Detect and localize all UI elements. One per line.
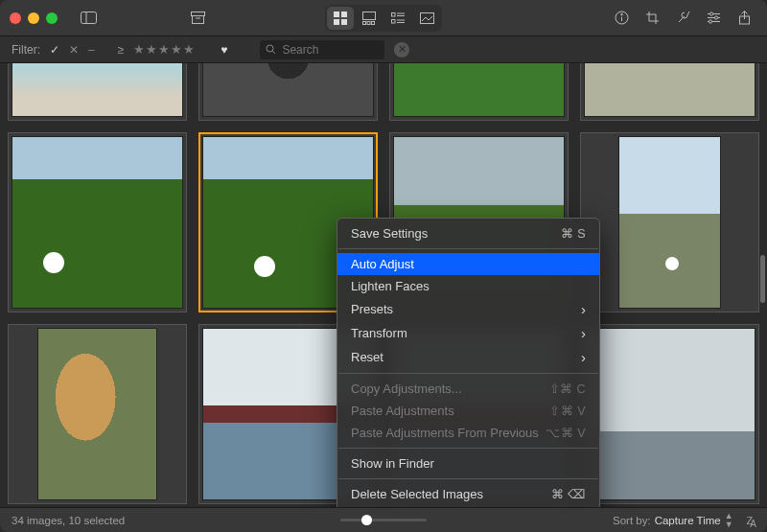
thumbnail[interactable] — [580, 132, 759, 312]
info-icon[interactable] — [608, 7, 635, 30]
archive-box-icon[interactable] — [184, 7, 211, 30]
svg-rect-13 — [392, 12, 396, 16]
grid-view-button[interactable] — [327, 7, 354, 30]
share-icon[interactable] — [731, 7, 757, 30]
menu-item-label: Reset — [351, 350, 384, 364]
single-view-button[interactable] — [413, 7, 440, 30]
menu-copy-adjustments: Copy Adjustments... ⇧⌘ C — [337, 378, 599, 400]
search-input[interactable] — [280, 42, 366, 58]
vertical-scrollbar[interactable] — [760, 255, 765, 303]
submenu-arrow-icon — [573, 325, 586, 341]
split-view-button[interactable] — [356, 7, 383, 30]
thumbnail[interactable] — [198, 63, 378, 121]
menu-transform[interactable]: Transform — [337, 321, 599, 345]
crop-icon[interactable] — [639, 7, 665, 30]
svg-rect-16 — [392, 19, 396, 23]
search-field[interactable] — [260, 40, 384, 59]
pick-check-icon[interactable]: ✓ — [50, 43, 59, 57]
menu-item-label: Paste Adjustments From Previous — [351, 426, 539, 440]
clear-filter-button[interactable]: ✕ — [394, 42, 409, 58]
pick-dash-icon[interactable]: – — [88, 43, 95, 57]
menu-delete-selected[interactable]: Delete Selected Images ⌘ ⌫ — [337, 483, 599, 505]
svg-rect-11 — [367, 21, 370, 24]
thumbnail[interactable] — [580, 63, 759, 121]
rating-geq-label[interactable]: ≥ — [118, 43, 125, 57]
thumbnail[interactable] — [8, 132, 187, 312]
menu-separator — [338, 248, 598, 249]
sort-updown-icon: ▲▼ — [725, 512, 733, 529]
image-count-status: 34 images, 10 selected — [12, 515, 125, 526]
svg-point-22 — [620, 13, 622, 15]
thumbnail[interactable] — [389, 63, 569, 121]
svg-rect-5 — [334, 12, 339, 17]
menu-item-shortcut: ⇧⌘ V — [549, 404, 586, 418]
svg-rect-0 — [81, 12, 96, 24]
sort-direction-icon[interactable]: ZA — [747, 515, 755, 526]
title-toolbar — [0, 0, 767, 36]
menu-item-shortcut: ⇧⌘ C — [549, 382, 587, 396]
sort-by-control[interactable]: Sort by: Capture Time ▲▼ ZA — [613, 512, 755, 529]
maximize-window-button[interactable] — [46, 12, 58, 24]
sort-label: Sort by: — [613, 515, 651, 526]
svg-rect-6 — [341, 12, 347, 17]
menu-auto-adjust[interactable]: Auto Adjust — [337, 253, 599, 275]
menu-item-label: Copy Adjustments... — [351, 382, 462, 396]
right-toolbar-group — [608, 7, 757, 30]
menu-item-label: Transform — [351, 326, 407, 340]
search-icon — [266, 44, 276, 55]
menu-item-label: Lighten Faces — [351, 279, 430, 293]
svg-rect-2 — [191, 12, 204, 16]
window-controls — [10, 12, 58, 24]
thumbnail[interactable] — [8, 63, 187, 121]
rating-stars[interactable]: ★★★★★ — [133, 42, 196, 57]
menu-item-label: Save Settings — [351, 226, 428, 241]
pick-reject-icon[interactable]: ✕ — [69, 43, 79, 57]
adjustments-icon[interactable] — [700, 7, 727, 30]
svg-point-32 — [267, 45, 273, 52]
filter-bar: Filter: ✓ ✕ – ≥ ★★★★★ ♥ ✕ — [0, 36, 767, 63]
submenu-arrow-icon — [573, 349, 586, 365]
slider-knob[interactable] — [361, 515, 372, 525]
menu-separator — [338, 448, 598, 449]
sidebar-toggle-icon[interactable] — [75, 7, 102, 30]
svg-line-33 — [273, 51, 276, 54]
menu-item-shortcut: ⌥⌘ V — [546, 426, 586, 440]
menu-save-settings[interactable]: Save Settings ⌘ S — [337, 222, 599, 244]
tools-icon[interactable] — [669, 7, 696, 30]
menu-paste-adjustments: Paste Adjustments ⇧⌘ V — [337, 400, 599, 422]
svg-rect-8 — [341, 19, 347, 25]
list-view-button[interactable] — [384, 7, 411, 30]
svg-rect-12 — [372, 21, 375, 24]
menu-presets[interactable]: Presets — [337, 297, 599, 321]
menu-show-in-finder[interactable]: Show in Finder — [337, 452, 599, 474]
submenu-arrow-icon — [573, 301, 586, 317]
svg-rect-9 — [363, 12, 376, 19]
svg-rect-7 — [334, 19, 339, 25]
filter-label: Filter: — [12, 43, 40, 57]
thumbnail[interactable] — [580, 324, 759, 504]
menu-item-label: Auto Adjust — [351, 257, 414, 271]
favorite-heart-icon[interactable]: ♥ — [221, 43, 227, 57]
close-window-button[interactable] — [10, 12, 21, 24]
svg-point-29 — [709, 20, 711, 23]
menu-reset[interactable]: Reset — [337, 345, 599, 369]
menu-separator — [338, 478, 598, 479]
menu-item-shortcut: ⌘ ⌫ — [551, 487, 586, 501]
minimize-window-button[interactable] — [28, 12, 39, 24]
svg-point-25 — [709, 12, 712, 15]
sort-value: Capture Time — [655, 515, 721, 526]
svg-rect-3 — [192, 16, 203, 24]
menu-separator — [338, 373, 598, 374]
svg-rect-10 — [363, 21, 366, 24]
menu-item-label: Show in Finder — [351, 456, 434, 471]
menu-paste-from-previous: Paste Adjustments From Previous ⌥⌘ V — [337, 422, 599, 444]
thumbnail[interactable] — [8, 324, 187, 504]
menu-item-label: Presets — [351, 302, 393, 316]
menu-item-shortcut: ⌘ S — [561, 226, 586, 241]
thumbnail-size-slider[interactable] — [340, 519, 427, 521]
status-bar: 34 images, 10 selected Sort by: Capture … — [0, 507, 767, 532]
view-mode-segment — [325, 5, 442, 32]
context-menu: Save Settings ⌘ S Auto Adjust Lighten Fa… — [337, 218, 600, 532]
menu-lighten-faces[interactable]: Lighten Faces — [337, 275, 599, 297]
menu-item-label: Paste Adjustments — [351, 404, 454, 418]
